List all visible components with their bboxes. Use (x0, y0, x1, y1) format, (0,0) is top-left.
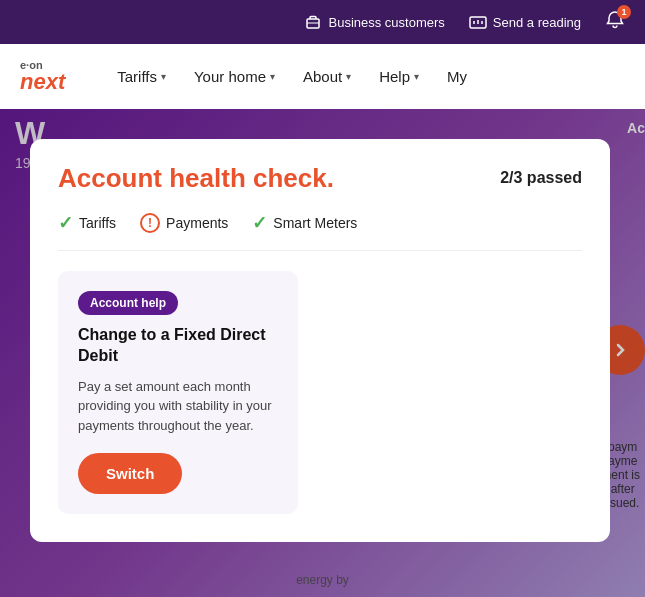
help-label: Help (379, 68, 410, 85)
check-tariffs: ✓ Tariffs (58, 212, 116, 234)
payments-warning-icon: ! (140, 213, 160, 233)
switch-button[interactable]: Switch (78, 453, 182, 494)
business-customers-label: Business customers (328, 15, 444, 30)
help-chevron-icon: ▾ (414, 71, 419, 82)
your-home-chevron-icon: ▾ (270, 71, 275, 82)
nav-help[interactable]: Help ▾ (367, 60, 431, 93)
check-smart-meters: ✓ Smart Meters (252, 212, 357, 234)
eon-next-logo[interactable]: e·on next (20, 60, 65, 93)
nav-bar: e·on next Tariffs ▾ Your home ▾ About ▾ … (0, 44, 645, 109)
top-bar: Business customers Send a reading 1 (0, 0, 645, 44)
briefcase-icon (304, 13, 322, 31)
card-placeholder-right (314, 271, 582, 514)
card-description: Pay a set amount each month providing yo… (78, 377, 278, 436)
about-chevron-icon: ▾ (346, 71, 351, 82)
payments-check-label: Payments (166, 215, 228, 231)
tariffs-chevron-icon: ▾ (161, 71, 166, 82)
about-label: About (303, 68, 342, 85)
card-section: Account help Change to a Fixed Direct De… (58, 271, 582, 514)
nav-your-home[interactable]: Your home ▾ (182, 60, 287, 93)
smart-meters-check-label: Smart Meters (273, 215, 357, 231)
card-badge: Account help (78, 291, 178, 315)
tariffs-label: Tariffs (117, 68, 157, 85)
notification-icon-wrap[interactable]: 1 (605, 10, 625, 34)
account-health-modal: Account health check. 2/3 passed ✓ Tarif… (30, 139, 610, 542)
tariffs-check-label: Tariffs (79, 215, 116, 231)
nav-my[interactable]: My (435, 60, 479, 93)
nav-about[interactable]: About ▾ (291, 60, 363, 93)
nav-items: Tariffs ▾ Your home ▾ About ▾ Help ▾ My (105, 60, 625, 93)
modal-overlay: Account health check. 2/3 passed ✓ Tarif… (0, 109, 645, 597)
tariffs-check-icon: ✓ (58, 212, 73, 234)
send-reading-link[interactable]: Send a reading (469, 13, 581, 31)
notification-badge: 1 (617, 5, 631, 19)
send-reading-label: Send a reading (493, 15, 581, 30)
modal-header: Account health check. 2/3 passed (58, 163, 582, 194)
modal-title: Account health check. (58, 163, 334, 194)
health-check-items: ✓ Tariffs ! Payments ✓ Smart Meters (58, 212, 582, 251)
logo-next-text: next (20, 71, 65, 93)
your-home-label: Your home (194, 68, 266, 85)
business-customers-link[interactable]: Business customers (304, 13, 444, 31)
meter-icon (469, 13, 487, 31)
check-payments: ! Payments (140, 212, 228, 234)
account-help-card: Account help Change to a Fixed Direct De… (58, 271, 298, 514)
nav-tariffs[interactable]: Tariffs ▾ (105, 60, 178, 93)
card-title: Change to a Fixed Direct Debit (78, 325, 278, 367)
my-label: My (447, 68, 467, 85)
smart-meters-check-icon: ✓ (252, 212, 267, 234)
modal-passed-count: 2/3 passed (500, 169, 582, 187)
